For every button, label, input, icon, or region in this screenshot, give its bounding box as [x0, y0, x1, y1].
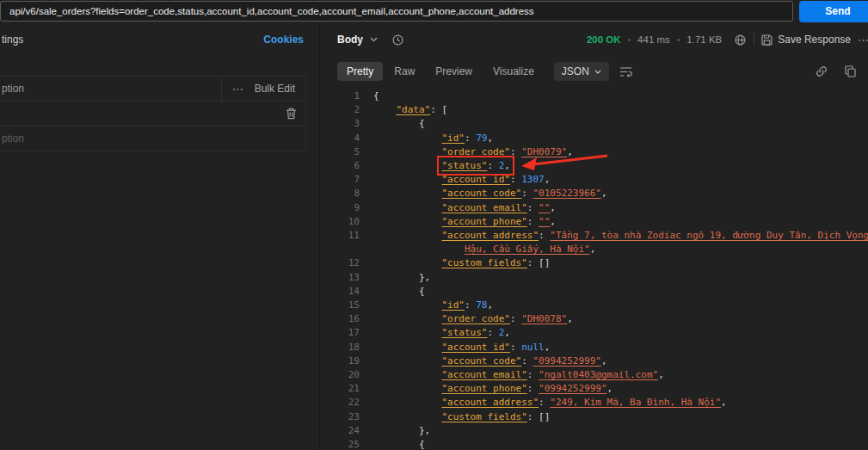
trash-icon: [286, 108, 297, 120]
main-split: tings Cookies ption ⋯ Bulk Edit ption: [0, 22, 868, 450]
tab-preview[interactable]: Preview: [426, 62, 482, 81]
code-line: 6 "status": 2,: [337, 159, 868, 173]
response-pane: Body 200 OK • 441 ms • 1.71 KB: [320, 22, 868, 450]
code-line: 14 {: [337, 285, 868, 299]
format-select[interactable]: JSON: [554, 62, 609, 81]
response-size[interactable]: 1.71 KB: [686, 34, 722, 45]
save-response-button[interactable]: Save Response: [761, 34, 851, 46]
params-table-header: ption ⋯ Bulk Edit: [0, 77, 305, 102]
code-line: 10 "account_phone": "",: [337, 215, 868, 229]
save-icon: [761, 34, 773, 46]
chevron-down-icon: [594, 70, 601, 74]
cookies-link[interactable]: Cookies: [263, 34, 304, 46]
delete-row-button[interactable]: [286, 108, 297, 120]
code-line: 20 "account_email": "ngalt0403@gmail.com…: [337, 368, 868, 382]
response-header: Body 200 OK • 441 ms • 1.71 KB: [337, 22, 868, 57]
code-line: 18 "account_id": null,: [337, 341, 868, 354]
code-line: 9 "account_email": "",: [337, 201, 868, 215]
globe-icon: [734, 34, 747, 46]
history-clock-icon: [391, 34, 404, 46]
response-more-button[interactable]: ⋯: [858, 34, 868, 46]
code-line: 19 "account_code": "0994252999",: [337, 354, 868, 368]
link-icon: [816, 65, 828, 77]
response-body-tab[interactable]: Body: [337, 34, 363, 46]
description-column-header: ption: [2, 83, 24, 95]
tab-settings-partial[interactable]: tings: [2, 34, 23, 46]
divider: [754, 34, 754, 46]
code-line: 15 "id": 78,: [337, 299, 868, 312]
annotation-red-box: "status": 2,: [441, 160, 509, 171]
code-line: 8 "account_code": "0105223966",: [337, 187, 868, 200]
separator-dot: •: [628, 35, 631, 45]
network-info-button[interactable]: [734, 34, 747, 46]
params-table: ption ⋯ Bulk Edit ption: [0, 76, 306, 151]
code-line: 12 "custom_fields": []: [337, 256, 868, 270]
table-menu-icon[interactable]: ⋯: [232, 83, 244, 96]
format-select-value: JSON: [562, 65, 589, 77]
code-line: 25 {: [337, 438, 868, 450]
wrap-text-icon: [619, 66, 632, 77]
param-row-empty[interactable]: ption: [0, 126, 305, 151]
chevron-down-icon: [370, 37, 378, 42]
response-view-toolbar: Pretty Raw Preview Visualize JSON: [337, 59, 868, 84]
code-line: 3 {: [337, 117, 868, 131]
code-line: 13 },: [337, 271, 868, 285]
copy-response-button[interactable]: [845, 65, 856, 77]
request-pane: tings Cookies ption ⋯ Bulk Edit ption: [0, 22, 320, 450]
separator-dot: •: [677, 35, 680, 45]
more-options-icon: ⋯: [858, 34, 868, 46]
copy-link-button[interactable]: [816, 65, 828, 77]
send-button[interactable]: Send: [799, 1, 868, 22]
status-badge[interactable]: 200 OK: [587, 34, 621, 45]
code-line: 5 "order_code": "DH0079",: [337, 145, 868, 159]
code-lines: 1{2 "data": [3 {4 "id": 79,5 "order_code…: [337, 89, 868, 450]
code-line: 7 "account_id": 1307,: [337, 173, 868, 187]
tab-visualize[interactable]: Visualize: [483, 62, 544, 81]
code-line: 11 "account_address": "Tầng 7, tòa nhà Z…: [337, 229, 868, 256]
tab-pretty[interactable]: Pretty: [337, 62, 383, 81]
code-line: 4 "id": 79,: [337, 132, 868, 145]
bulk-edit-button[interactable]: Bulk Edit: [255, 83, 295, 95]
code-line: 16 "order_code": "DH0078",: [337, 312, 868, 326]
param-row[interactable]: [0, 102, 305, 126]
code-line: 2 "data": [: [337, 103, 868, 117]
code-line: 21 "account_phone": "0994252999",: [337, 382, 868, 396]
code-line: 22 "account_address": "249, Kim Mã, Ba Đ…: [337, 396, 868, 410]
code-line: 24 },: [337, 424, 868, 438]
request-tabs-row: tings Cookies: [0, 22, 319, 57]
url-input[interactable]: [0, 1, 793, 22]
save-response-label: Save Response: [778, 34, 851, 46]
code-line: 1{: [337, 89, 868, 103]
code-line: 17 "status": 2,: [337, 326, 868, 340]
response-time[interactable]: 441 ms: [637, 34, 670, 45]
response-status-bar: 200 OK • 441 ms • 1.71 KB Save Response: [587, 34, 858, 46]
wrap-text-button[interactable]: [619, 66, 632, 77]
tab-raw[interactable]: Raw: [385, 62, 424, 81]
postman-window: { "topbar": { "url": "api/v6/sale_orders…: [0, 0, 868, 450]
description-placeholder: ption: [2, 133, 24, 145]
copy-icon: [845, 65, 856, 77]
response-body-viewer[interactable]: 1{2 "data": [3 {4 "id": 79,5 "order_code…: [337, 89, 868, 450]
request-url-bar: Send: [0, 0, 868, 22]
code-line: 23 "custom_fields": []: [337, 410, 868, 424]
response-history-button[interactable]: [391, 34, 404, 46]
